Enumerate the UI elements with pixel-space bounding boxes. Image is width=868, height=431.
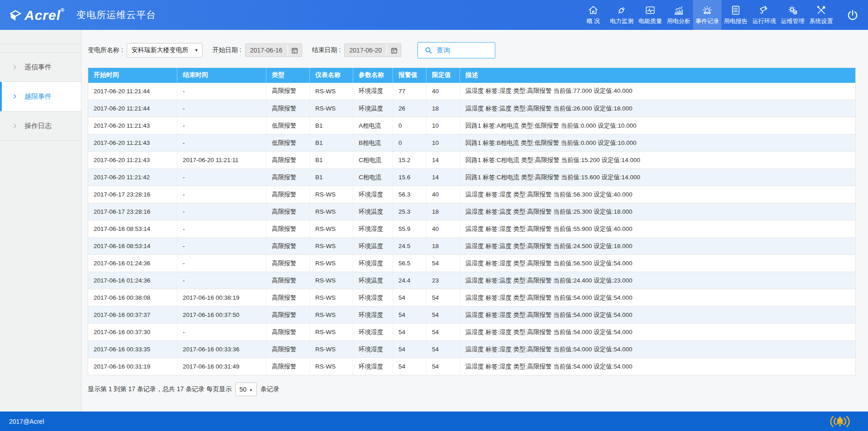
bottom-bar: 2017@Acrel xyxy=(0,412,868,431)
table-cell: - xyxy=(177,203,266,220)
sidebar-item-label: 遥信事件 xyxy=(24,63,52,72)
table-cell: 环境湿度 xyxy=(353,220,393,238)
table-cell: 54 xyxy=(427,306,460,324)
table-cell: RS-WS xyxy=(310,186,353,203)
alarm-icon xyxy=(702,5,713,16)
table-cell: 温湿度 标签:湿度 类型:高限报警 当前值:77.000 设定值:40.000 xyxy=(460,83,856,100)
sidebar-item-limit-exceed-events[interactable]: 越限事件 xyxy=(0,82,81,111)
copyright: 2017@Acrel xyxy=(9,418,44,425)
sidebar-item-operation-logs[interactable]: 操作日志 xyxy=(0,111,81,141)
nav-item-system-settings[interactable]: 系统设置 xyxy=(807,0,835,30)
nav-item-label: 电力监测 xyxy=(610,17,634,25)
table-cell: 低限报警 xyxy=(266,117,310,134)
table-cell: 2017-06-16 08:53:14 xyxy=(88,220,177,238)
table-cell: 2017-06-16 08:53:14 xyxy=(88,238,177,255)
table-cell: 54 xyxy=(393,358,427,375)
column-header: 结束时间 xyxy=(177,68,266,83)
table-cell: 54 xyxy=(427,324,460,341)
table-cell: 2017-06-17 23:28:16 xyxy=(88,203,177,220)
table-row: 2017-06-20 11:21:42-高限报警B1C相电流15.614回路1 … xyxy=(88,169,856,186)
table-cell: 54 xyxy=(393,341,427,358)
table-cell: 2017-06-17 23:28:16 xyxy=(88,186,177,203)
table-cell: 55.9 xyxy=(393,220,427,238)
table-row: 2017-06-17 23:28:16-高限报警RS-WS环境温度25.318温… xyxy=(88,203,856,220)
table-cell: RS-WS xyxy=(310,220,353,238)
nav-item-event-records[interactable]: 事件记录 xyxy=(693,0,721,30)
end-date-input[interactable]: 2017-06-20 xyxy=(344,43,401,57)
nav-item-label: 用电报告 xyxy=(724,17,748,25)
table-cell: 18 xyxy=(427,203,460,220)
events-table-wrap: 开始时间结束时间类型仪表名称参数名称报警值限定值描述 2017-06-20 11… xyxy=(88,67,855,375)
table-cell: 高限报警 xyxy=(266,83,310,100)
table-cell: RS-WS xyxy=(310,203,353,220)
nav-item-label: 系统设置 xyxy=(810,17,833,25)
pagination: 显示第 1 到第 17 条记录，总共 17 条记录 每页显示 50 ▲ 条记录 xyxy=(88,383,868,396)
table-cell: 54 xyxy=(427,341,460,358)
nav-item-label: 电能质量 xyxy=(639,17,662,25)
table-cell: 15.6 xyxy=(393,169,427,186)
table-cell: 环境湿度 xyxy=(353,186,393,203)
table-row: 2017-06-20 11:21:43-低限报警B1B相电流010回路1 标签:… xyxy=(88,134,856,152)
nav-item-overview[interactable]: 概 况 xyxy=(579,0,607,30)
table-cell: 高限报警 xyxy=(266,220,310,238)
calendar-icon[interactable] xyxy=(287,44,302,57)
page-size-value: 50 xyxy=(239,386,247,393)
nav-item-label: 用电分析 xyxy=(667,17,691,25)
table-cell: 温湿度 标签:湿度 类型:高限报警 当前值:54.000 设定值:54.000 xyxy=(460,341,856,358)
table-cell: 0 xyxy=(393,117,427,134)
main-content: 变电所名称 : 安科瑞新大楼变电所 ▼ 开始日期 : 2017-06-16 结束… xyxy=(82,30,868,412)
column-header: 描述 xyxy=(460,68,856,83)
table-cell: 环境湿度 xyxy=(353,83,393,100)
column-header: 参数名称 xyxy=(353,68,393,83)
table-cell: - xyxy=(177,117,266,134)
bar-chart-icon xyxy=(673,5,684,16)
table-header-row: 开始时间结束时间类型仪表名称参数名称报警值限定值描述 xyxy=(88,68,856,83)
search-button[interactable]: 查询 xyxy=(417,42,495,58)
table-cell: 环境温度 xyxy=(353,203,393,220)
table-cell: 温湿度 标签:湿度 类型:高限报警 当前值:54.000 设定值:54.000 xyxy=(460,358,856,375)
table-cell: 高限报警 xyxy=(266,238,310,255)
table-cell: 2017-06-20 11:21:43 xyxy=(88,117,177,134)
sidebar-item-remote-signal-events[interactable]: 遥信事件 xyxy=(0,53,81,82)
table-cell: 回路1 标签:C相电流 类型:高限报警 当前值:15.200 设定值:14.00… xyxy=(460,152,856,169)
table-cell: 高限报警 xyxy=(266,100,310,117)
table-cell: 0 xyxy=(393,134,427,152)
nav-item-om-management[interactable]: 运维管理 xyxy=(778,0,807,30)
table-cell: B1 xyxy=(310,169,353,186)
report-icon xyxy=(730,5,741,16)
table-cell: 环境温度 xyxy=(353,272,393,289)
nav-item-environment[interactable]: 运行环境 xyxy=(750,0,778,30)
table-cell: 2017-06-16 00:33:35 xyxy=(88,341,177,358)
table-cell: 14 xyxy=(427,152,460,169)
table-cell: 2017-06-16 00:38:19 xyxy=(177,289,266,306)
table-row: 2017-06-16 00:37:372017-06-16 00:37:50高限… xyxy=(88,306,856,324)
nav-item-power-monitoring[interactable]: 电力监测 xyxy=(607,0,636,30)
end-date-value: 2017-06-20 xyxy=(345,44,386,57)
table-cell: - xyxy=(177,186,266,203)
table-cell: 回路1 标签:B相电流 类型:低限报警 当前值:0.000 设定值:10.000 xyxy=(460,134,856,152)
nav-item-energy-analysis[interactable]: 用电分析 xyxy=(664,0,693,30)
station-select-value: 安科瑞新大楼变电所 xyxy=(132,46,189,54)
table-cell: RS-WS xyxy=(310,100,353,117)
table-cell: 2017-06-20 11:21:44 xyxy=(88,100,177,117)
table-cell: 高限报警 xyxy=(266,289,310,306)
power-icon[interactable] xyxy=(844,6,862,24)
calendar-icon[interactable] xyxy=(386,44,401,57)
brand: Acrel® 变电所运维云平台 xyxy=(0,7,156,23)
table-row: 2017-06-20 11:21:44-高限报警RS-WS环境温度2618温湿度… xyxy=(88,100,856,117)
start-date-input[interactable]: 2017-06-16 xyxy=(245,43,302,57)
table-cell: - xyxy=(177,83,266,100)
nav-item-power-quality[interactable]: 电能质量 xyxy=(636,0,664,30)
table-cell: - xyxy=(177,134,266,152)
table-cell: 环境湿度 xyxy=(353,341,393,358)
nav-item-energy-report[interactable]: 用电报告 xyxy=(721,0,750,30)
table-cell: 2017-06-16 00:37:50 xyxy=(177,306,266,324)
station-select[interactable]: 安科瑞新大楼变电所 ▼ xyxy=(127,43,203,57)
table-cell: 2017-06-20 11:21:11 xyxy=(177,152,266,169)
brand-name: Acrel® xyxy=(24,7,65,23)
alarm-bell-icon[interactable] xyxy=(829,415,851,428)
table-cell: 15.2 xyxy=(393,152,427,169)
chevron-down-icon: ▼ xyxy=(194,48,199,53)
page-size-select[interactable]: 50 ▲ xyxy=(235,383,257,396)
table-cell: 56.3 xyxy=(393,186,427,203)
